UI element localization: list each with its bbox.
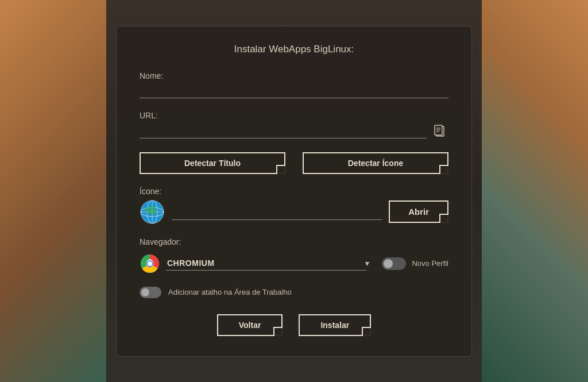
install-dialog: Instalar WebApps BigLinux: Nome: URL: De… [116,26,472,357]
abrir-button[interactable]: Abrir [389,200,448,223]
instalar-button[interactable]: Instalar [299,314,371,336]
dialog-title: Instalar WebApps BigLinux: [140,44,448,55]
voltar-button[interactable]: Voltar [217,314,283,336]
svg-point-14 [148,261,152,266]
navegador-row: CHROMIUM FIREFOX BRAVE EDGE ▼ Novo Perfi… [140,253,448,274]
url-input-row [140,124,448,140]
navegador-label: Navegador: [140,237,448,246]
url-label: URL: [140,111,448,120]
atalho-row: Adicionar atalho na Área de Trabalho [140,287,448,298]
icone-input-wrap [172,204,382,220]
icone-input[interactable] [172,204,382,219]
icone-label: Ícone: [140,187,448,196]
atalho-toggle[interactable] [140,287,161,298]
nome-row: Nome: [140,71,448,98]
globe-icon [140,199,165,225]
chromium-browser-icon [140,253,160,274]
background-right [482,0,588,382]
url-row: URL: [140,111,448,140]
icone-row: Abrir [140,199,448,225]
novo-perfil-label: Novo Perfil [412,259,448,268]
browser-select[interactable]: CHROMIUM FIREFOX BRAVE EDGE [166,256,366,271]
navegador-section: Navegador: CHROMIUM FIREFOX BRAVE [140,237,448,274]
icone-section: Ícone: Abrir [140,187,448,225]
detect-buttons-row: Detectar Título Detectar Ícone [140,152,448,174]
novo-perfil-wrap: Novo Perfil [382,257,448,270]
atalho-label: Adicionar atalho na Área de Trabalho [168,288,292,296]
bottom-buttons-row: Voltar Instalar [140,314,448,336]
novo-perfil-toggle[interactable] [382,257,406,270]
browser-select-wrap: CHROMIUM FIREFOX BRAVE EDGE ▼ [140,253,370,274]
nome-label: Nome: [140,71,448,80]
clipboard-icon[interactable] [431,124,448,140]
detect-icon-button[interactable]: Detectar Ícone [303,152,448,174]
detect-title-button[interactable]: Detectar Título [140,152,285,174]
nome-input[interactable] [140,84,448,98]
url-input[interactable] [140,124,427,138]
background-left [0,0,106,382]
